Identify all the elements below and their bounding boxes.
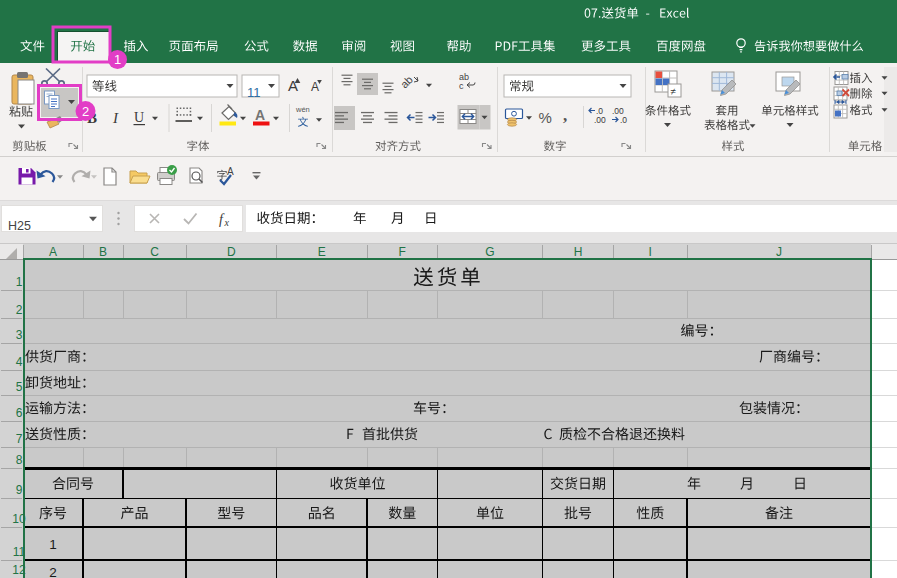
svg-text:2: 2 (82, 104, 89, 119)
svg-text:ab: ab (398, 73, 415, 90)
svg-text:,: , (563, 106, 567, 125)
svg-text:.0: .0 (620, 115, 627, 125)
svg-text:%: % (539, 109, 552, 126)
svg-text:wén: wén (295, 105, 310, 114)
svg-text:.00: .00 (594, 115, 606, 125)
svg-text:≠: ≠ (671, 86, 677, 97)
svg-text:A: A (311, 80, 319, 94)
svg-text:x: x (224, 217, 230, 228)
svg-text:c: c (459, 81, 464, 91)
svg-text:A: A (288, 77, 298, 94)
svg-text:U: U (134, 110, 144, 125)
svg-text:1: 1 (114, 52, 121, 67)
svg-text:I: I (112, 110, 119, 126)
svg-text:A: A (255, 107, 265, 123)
